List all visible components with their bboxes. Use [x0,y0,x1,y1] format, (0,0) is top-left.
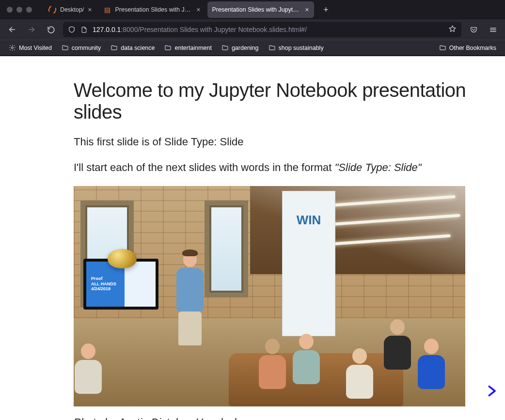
folder-icon [268,44,276,51]
browser-chrome: Desktop/ × ▤ Presentation Slides with Ju… [0,0,505,56]
slide-heading: Welcome to my Jupyter Notebook presentat… [74,79,466,123]
page-icon [80,26,88,33]
url-path: :8000/Presentation Slides with Jupyter N… [121,26,307,33]
new-tab-button[interactable]: + [319,2,333,17]
bookmark-label: community [72,45,101,51]
slide-viewport: Welcome to my Jupyter Notebook presentat… [0,56,505,420]
reload-button[interactable] [44,22,58,37]
close-icon[interactable]: × [305,6,309,14]
bookmark-shop-sustainably[interactable]: shop sustainably [265,42,328,53]
tab-title: Desktop/ [60,6,84,13]
image-credit: Photo by Austin Distel on Unsplash [74,415,466,420]
tab-desktop[interactable]: Desktop/ × [44,1,97,18]
bookmark-star-icon[interactable] [448,25,457,34]
jupyter-icon [48,6,56,14]
tv-text-1: Proof [91,276,103,281]
next-slide-button[interactable] [485,382,498,402]
back-button[interactable] [5,22,19,37]
bookmark-label: shop sustainably [279,45,324,51]
tv-text-3: 4/24/2019 [91,286,110,292]
folder-icon [62,44,69,51]
slide-text-1: This first slide is of Slide Type: Slide [74,135,466,150]
slide-text-2: I'll start each of the next slides with … [74,160,466,175]
bookmark-label: Other Bookmarks [449,45,496,51]
tab-presentation-slides-html[interactable]: Presentation Slides with Jupyter Not × [207,1,314,18]
window-maximize-button[interactable] [26,7,32,13]
tab-bar: Desktop/ × ▤ Presentation Slides with Ju… [0,0,505,19]
url-bar[interactable]: 127.0.0.1:8000/Presentation Slides with … [63,22,461,37]
folder-icon [164,44,172,51]
toolbar-right [466,22,500,37]
most-visited-button[interactable]: Most Visited [5,42,56,53]
bookmark-label: entertainment [174,45,211,51]
other-bookmarks-button[interactable]: Other Bookmarks [435,42,500,53]
bookmark-label: gardening [232,45,259,51]
slide-image: Proof ALL HANDS 4/24/2019 [74,186,465,406]
bookmark-label: Most Visited [19,45,52,51]
bookmark-community[interactable]: community [58,42,105,53]
shield-icon[interactable] [68,26,76,33]
forward-button[interactable] [24,22,39,37]
tab-title: Presentation Slides with Jupyter Not [212,6,301,13]
bookmark-entertainment[interactable]: entertainment [160,42,215,53]
tab-title: Presentation Slides with Jupyter [115,6,193,13]
menu-icon[interactable] [486,22,500,37]
folder-icon [221,44,229,51]
bookmark-gardening[interactable]: gardening [218,42,263,53]
notebook-icon: ▤ [104,6,111,14]
url-host: 127.0.0.1 [93,26,121,33]
presenter-figure [171,251,209,358]
close-icon[interactable]: × [88,6,92,14]
slide-text-2-em: "Slide Type: Slide" [335,161,422,173]
image-background: Proof ALL HANDS 4/24/2019 [74,186,465,406]
tab-presentation-slides-notebook[interactable]: ▤ Presentation Slides with Jupyter × [99,1,205,18]
folder-icon [439,44,446,51]
tv-text-2: ALL HANDS [91,281,116,287]
slide-text-2-pre: I'll start each of the next slides with … [74,161,335,173]
url-text: 127.0.0.1:8000/Presentation Slides with … [93,26,307,33]
slide: Welcome to my Jupyter Notebook presentat… [0,56,505,420]
pocket-icon[interactable] [466,22,481,37]
svg-point-0 [12,47,14,49]
bookmark-label: data science [121,45,155,51]
folder-icon [110,44,118,51]
window-minimize-button[interactable] [16,7,22,13]
bookmarks-bar: Most Visited community data science ente… [0,40,505,55]
bookmark-data-science[interactable]: data science [107,42,158,53]
window-close-button[interactable] [7,7,13,13]
close-icon[interactable]: × [196,6,200,14]
gear-icon [9,44,16,51]
window-controls [7,7,32,13]
toolbar: 127.0.0.1:8000/Presentation Slides with … [0,19,505,40]
